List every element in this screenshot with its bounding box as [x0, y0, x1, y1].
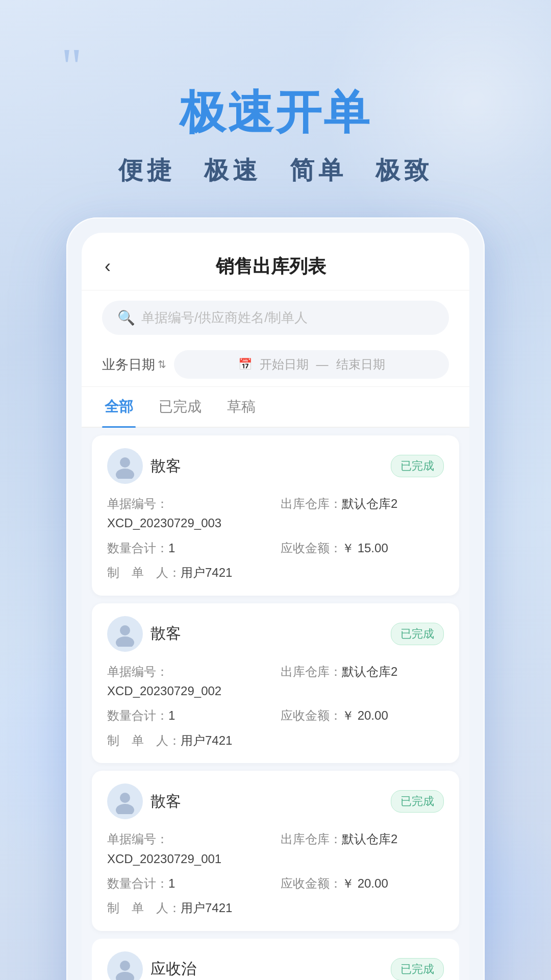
- warehouse-row: 出库仓库：默认仓库2: [281, 829, 444, 869]
- customer-name: 应收治: [151, 959, 196, 979]
- customer-info: 散客: [107, 616, 181, 652]
- record-card[interactable]: 散客 已完成 单据编号：XCD_20230729_001 出库仓库：默认仓库2 …: [92, 771, 459, 931]
- back-button[interactable]: ‹: [102, 253, 118, 280]
- svg-point-0: [120, 457, 130, 468]
- creator-label: 制 单 人：: [107, 566, 181, 579]
- doc-no-value: XCD_20230729_003: [107, 516, 221, 530]
- page-title: 销售出库列表: [118, 254, 423, 279]
- creator-row: 制 单 人：用户7421: [107, 898, 270, 918]
- date-separator: —: [316, 357, 329, 372]
- filter-section: 业务日期 ⇅ 📅 开始日期 — 结束日期: [82, 342, 469, 387]
- avatar: [107, 951, 143, 980]
- customer-info: 应收治: [107, 951, 196, 980]
- svg-point-7: [116, 972, 134, 980]
- doc-no-row: 单据编号：XCD_20230729_001: [107, 829, 270, 869]
- calendar-icon: 📅: [238, 358, 252, 371]
- qty-value: 1: [168, 541, 175, 555]
- avatar-icon: [112, 453, 138, 479]
- sort-icon[interactable]: ⇅: [158, 358, 166, 371]
- status-badge: 已完成: [391, 623, 444, 645]
- phone-frame: ‹ 销售出库列表 🔍 单据编号/供应商姓名/制单人 业务日期 ⇅ 📅 开始日期: [66, 217, 485, 980]
- tab-all[interactable]: 全部: [102, 387, 136, 427]
- phone-screen: ‹ 销售出库列表 🔍 单据编号/供应商姓名/制单人 业务日期 ⇅ 📅 开始日期: [82, 233, 469, 980]
- content-area: 散客 已完成 单据编号：XCD_20230729_003 出库仓库：默认仓库2 …: [82, 428, 469, 980]
- search-section: 🔍 单据编号/供应商姓名/制单人: [82, 290, 469, 342]
- search-input[interactable]: 单据编号/供应商姓名/制单人: [141, 309, 308, 327]
- doc-no-label: 单据编号：: [107, 497, 168, 510]
- card-details: 单据编号：XCD_20230729_001 出库仓库：默认仓库2 数量合计：1 …: [107, 829, 444, 918]
- svg-point-4: [120, 793, 130, 803]
- warehouse-row: 出库仓库：默认仓库2: [281, 494, 444, 533]
- amount-row: 应收金额：￥ 20.00: [281, 706, 444, 725]
- warehouse-label: 出库仓库：: [281, 497, 342, 510]
- customer-info: 散客: [107, 448, 181, 484]
- svg-point-3: [116, 636, 134, 647]
- doc-no-row: 单据编号：XCD_20230729_003: [107, 494, 270, 533]
- phone-container: ‹ 销售出库列表 🔍 单据编号/供应商姓名/制单人 业务日期 ⇅ 📅 开始日期: [66, 217, 485, 980]
- card-details: 单据编号：XCD_20230729_003 出库仓库：默认仓库2 数量合计：1 …: [107, 494, 444, 583]
- amount-value: ￥ 15.00: [342, 541, 388, 555]
- tab-completed[interactable]: 已完成: [156, 387, 204, 427]
- customer-name: 散客: [151, 791, 181, 812]
- search-icon: 🔍: [117, 309, 135, 326]
- amount-row: 应收金额：￥ 20.00: [281, 874, 444, 893]
- creator-row: 制 单 人：用户7421: [107, 731, 270, 750]
- status-badge: 已完成: [391, 958, 444, 980]
- avatar: [107, 616, 143, 652]
- warehouse-value: 默认仓库2: [342, 497, 397, 510]
- avatar: [107, 783, 143, 819]
- avatar-icon: [112, 957, 138, 980]
- record-card[interactable]: 散客 已完成 单据编号：XCD_20230729_002 出库仓库：默认仓库2 …: [92, 603, 459, 764]
- avatar: [107, 448, 143, 484]
- qty-label: 数量合计：: [107, 541, 168, 555]
- avatar-icon: [112, 789, 138, 814]
- doc-no-row: 单据编号：XCD_20230729_002: [107, 662, 270, 701]
- status-badge: 已完成: [391, 790, 444, 813]
- end-date-label: 结束日期: [336, 356, 385, 373]
- svg-point-1: [116, 469, 134, 479]
- search-bar[interactable]: 🔍 单据编号/供应商姓名/制单人: [102, 301, 449, 335]
- record-card[interactable]: 散客 已完成 单据编号：XCD_20230729_003 出库仓库：默认仓库2 …: [92, 435, 459, 596]
- qty-row: 数量合计：1: [107, 538, 270, 558]
- warehouse-row: 出库仓库：默认仓库2: [281, 662, 444, 701]
- customer-name: 散客: [151, 623, 181, 644]
- hero-subtitle: 便捷 极速 简单 极致: [0, 154, 551, 187]
- svg-point-2: [120, 625, 130, 635]
- filter-label: 业务日期 ⇅: [102, 356, 166, 374]
- tab-draft[interactable]: 草稿: [224, 387, 258, 427]
- start-date-label: 开始日期: [260, 356, 309, 373]
- customer-info: 散客: [107, 783, 181, 819]
- customer-name: 散客: [151, 456, 181, 477]
- hero-title: 极速开单: [0, 82, 551, 144]
- creator-value: 用户7421: [181, 566, 232, 579]
- date-range-picker[interactable]: 📅 开始日期 — 结束日期: [174, 350, 449, 379]
- app-header: ‹ 销售出库列表: [82, 233, 469, 290]
- avatar-icon: [112, 621, 138, 647]
- creator-row: 制 单 人：用户7421: [107, 563, 270, 582]
- svg-point-6: [120, 961, 130, 971]
- amount-label: 应收金额：: [281, 541, 342, 555]
- amount-row: 应收金额：￥ 15.00: [281, 538, 444, 558]
- card-details: 单据编号：XCD_20230729_002 出库仓库：默认仓库2 数量合计：1 …: [107, 662, 444, 751]
- svg-point-5: [116, 804, 134, 814]
- tab-bar: 全部 已完成 草稿: [82, 387, 469, 428]
- qty-row: 数量合计：1: [107, 874, 270, 893]
- partial-record-card[interactable]: 应收治 已完成: [92, 939, 459, 980]
- status-badge: 已完成: [391, 455, 444, 477]
- qty-row: 数量合计：1: [107, 706, 270, 725]
